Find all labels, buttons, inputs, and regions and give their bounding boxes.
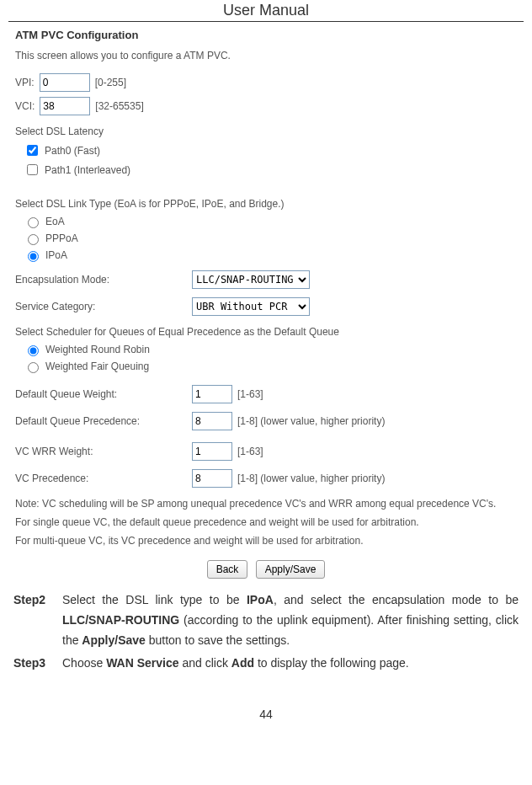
vpi-hint: [0-255] [95, 77, 126, 88]
wfq-label: Weighted Fair Queuing [45, 360, 149, 372]
step3-bold-wan: WAN Service [106, 656, 178, 670]
step3-text-3: to display the following page. [254, 656, 409, 670]
note-3: For multi-queue VC, its VC precedence an… [15, 533, 517, 548]
vcp-hint: [1-8] (lower value, higher priority) [237, 473, 385, 484]
step3-bold-add: Add [231, 656, 254, 670]
step2-bold-llc: LLC/SNAP-ROUTING [62, 613, 179, 627]
step2-bold-applysave: Apply/Save [82, 633, 145, 647]
step-2: Step2 Select the DSL link type to be IPo… [13, 590, 519, 650]
eoa-label: EoA [45, 216, 65, 227]
linktype-label: Select DSL Link Type (EoA is for PPPoE, … [15, 198, 517, 210]
scheduler-label: Select Scheduler for Queues of Equal Pre… [15, 326, 517, 338]
ipoa-radio[interactable] [28, 251, 39, 262]
step2-text-2: , and select the encapsulation mode to b… [274, 593, 519, 606]
page-header: User Manual [8, 0, 524, 22]
page-number: 44 [8, 708, 524, 721]
pppoa-radio[interactable] [28, 234, 39, 245]
path1-checkbox[interactable] [27, 164, 38, 175]
wrr-label: Weighted Round Robin [45, 344, 150, 355]
svc-cat-row: Service Category: UBR Without PCR [15, 297, 517, 316]
vcp-label: VC Precedence: [15, 473, 192, 484]
dqw-label: Default Queue Weight: [15, 388, 192, 400]
back-button[interactable]: Back [207, 560, 248, 579]
vci-hint: [32-65535] [95, 100, 143, 112]
step3-label: Step3 [13, 654, 62, 674]
config-panel: ATM PVC Configuration This screen allows… [8, 29, 524, 590]
vci-input[interactable] [40, 97, 90, 115]
step-3: Step3 Choose WAN Service and click Add t… [13, 654, 519, 674]
encap-select[interactable]: LLC/SNAP-ROUTING [192, 270, 310, 289]
button-row: Back Apply/Save [15, 560, 517, 579]
eoa-row: EoA [24, 215, 517, 228]
dqw-row: Default Queue Weight: [1-63] [15, 385, 517, 403]
wrr-radio[interactable] [28, 345, 39, 356]
dqw-input[interactable] [192, 385, 232, 403]
note-1: Note: VC scheduling will be SP among une… [15, 496, 517, 511]
vcw-hint: [1-63] [237, 446, 263, 457]
step2-bold-ipoa: IPoA [247, 593, 274, 606]
wfq-row: Weighted Fair Queuing [24, 360, 517, 373]
vci-label: VCI: [15, 100, 35, 112]
dqp-input[interactable] [192, 412, 232, 430]
step3-text-1: Choose [62, 656, 106, 670]
pppoa-label: PPPoA [45, 232, 78, 244]
dqp-label: Default Queue Precedence: [15, 415, 192, 427]
encap-label: Encapsulation Mode: [15, 274, 192, 286]
vci-row: VCI: [32-65535] [15, 97, 517, 115]
steps-block: Step2 Select the DSL link type to be IPo… [8, 590, 524, 674]
eoa-radio[interactable] [28, 217, 39, 228]
svc-cat-label: Service Category: [15, 301, 192, 312]
wrr-row: Weighted Round Robin [24, 343, 517, 356]
vpi-label: VPI: [15, 77, 35, 88]
dqp-row: Default Queue Precedence: [1-8] (lower v… [15, 412, 517, 430]
wfq-radio[interactable] [28, 362, 39, 373]
svc-cat-select[interactable]: UBR Without PCR [192, 297, 310, 316]
vcp-input[interactable] [192, 469, 232, 488]
step2-label: Step2 [13, 590, 62, 650]
vcw-row: VC WRR Weight: [1-63] [15, 442, 517, 461]
pppoa-row: PPPoA [24, 232, 517, 245]
vcw-label: VC WRR Weight: [15, 446, 192, 457]
path0-label: Path0 (Fast) [45, 145, 100, 157]
vpi-row: VPI: [0-255] [15, 73, 517, 92]
step3-text-2: and click [179, 656, 231, 670]
step2-body: Select the DSL link type to be IPoA, and… [62, 590, 519, 650]
config-title: ATM PVC Configuration [15, 29, 517, 41]
dqw-hint: [1-63] [237, 388, 263, 400]
step2-text-4: button to save the settings. [146, 633, 290, 647]
vcw-input[interactable] [192, 442, 232, 461]
step3-body: Choose WAN Service and click Add to disp… [62, 654, 519, 674]
latency-label: Select DSL Latency [15, 125, 517, 137]
ipoa-label: IPoA [45, 249, 67, 261]
vcp-row: VC Precedence: [1-8] (lower value, highe… [15, 469, 517, 488]
ipoa-row: IPoA [24, 248, 517, 262]
note-2: For single queue VC, the default queue p… [15, 515, 517, 530]
path1-label: Path1 (Interleaved) [45, 164, 130, 176]
dqp-hint: [1-8] (lower value, higher priority) [237, 415, 385, 427]
apply-save-button[interactable]: Apply/Save [256, 560, 326, 579]
path0-row: Path0 (Fast) [24, 142, 517, 158]
encap-row: Encapsulation Mode: LLC/SNAP-ROUTING [15, 270, 517, 289]
vpi-input[interactable] [40, 73, 90, 92]
step2-text-1: Select the DSL link type to be [62, 593, 247, 606]
path1-row: Path1 (Interleaved) [24, 162, 517, 178]
config-intro: This screen allows you to configure a AT… [15, 50, 517, 61]
path0-checkbox[interactable] [27, 145, 38, 156]
